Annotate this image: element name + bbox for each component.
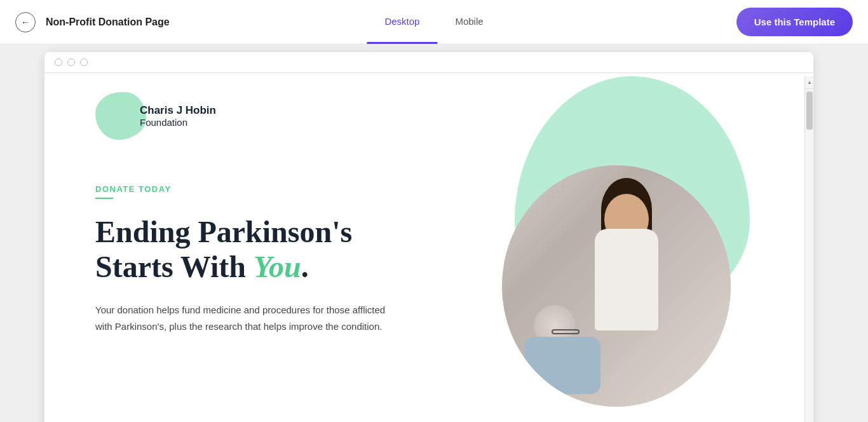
tab-desktop[interactable]: Desktop (367, 1, 437, 44)
hero-heading: Ending Parkinson's Starts With You. (95, 214, 445, 284)
hero-section: DONATE TODAY Ending Parkinson's Starts W… (95, 178, 775, 334)
view-tabs: Desktop Mobile (367, 1, 501, 44)
page-content: Charis J Hobin Foundation DONATE TODAY E… (44, 73, 813, 422)
top-bar: ← Non-Profit Donation Page Desktop Mobil… (0, 0, 868, 44)
browser-dot-3 (80, 58, 88, 66)
hero-body-text: Your donation helps fund medicine and pr… (95, 302, 400, 334)
browser-preview: ▲ ▼ Charis J Hobin Foundation DONATE TOD… (44, 52, 813, 422)
elderly-arm (555, 405, 607, 407)
donate-underline (95, 198, 113, 199)
back-arrow-icon: ← (21, 18, 30, 27)
hero-image-circle (502, 165, 731, 407)
browser-dot-1 (55, 58, 62, 66)
browser-chrome (44, 52, 813, 73)
logo-blob-shape (95, 92, 146, 140)
tab-mobile[interactable]: Mobile (437, 1, 501, 44)
elderly-glasses (552, 329, 580, 334)
use-template-button[interactable]: Use this Template (736, 8, 853, 36)
hero-highlight: You (254, 250, 301, 283)
elderly-body (524, 337, 600, 394)
hero-image-area (496, 76, 763, 407)
hero-left: DONATE TODAY Ending Parkinson's Starts W… (95, 178, 445, 334)
page-title: Non-Profit Donation Page (46, 17, 170, 28)
hero-photo (502, 165, 731, 407)
donate-label: DONATE TODAY (95, 184, 445, 194)
org-name: Charis J Hobin (140, 104, 216, 117)
browser-dot-2 (67, 58, 75, 66)
back-button[interactable]: ← (15, 12, 36, 32)
person-elderly (521, 305, 604, 394)
logo-text: Charis J Hobin Foundation (140, 104, 216, 128)
caregiver-body (595, 229, 658, 330)
org-subtitle: Foundation (140, 117, 216, 128)
